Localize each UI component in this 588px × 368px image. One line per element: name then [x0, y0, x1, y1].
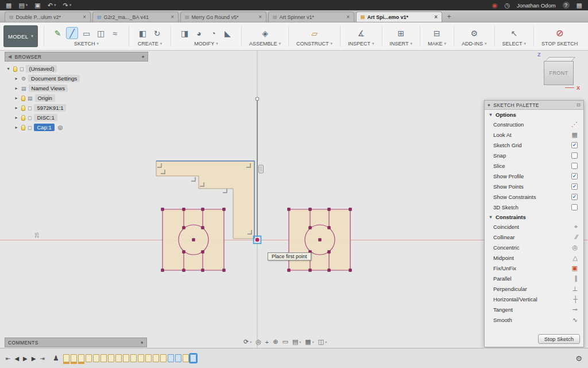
apps-grid-icon[interactable]: ▦ [6, 0, 11, 10]
display-settings-button[interactable]: ▤ ▾ [292, 338, 301, 346]
browser-root-row[interactable]: ▾ ◻ (Unsaved) [6, 64, 148, 74]
mirror-tool-icon[interactable]: ◫ [95, 27, 107, 39]
view-cube[interactable]: Z FRONT X [536, 52, 580, 94]
play-button[interactable]: ▶ [23, 355, 28, 362]
show-constraints-checkbox[interactable]: ✓ [571, 194, 578, 200]
timeline-item-icon[interactable] [123, 354, 129, 362]
constraint-tangent[interactable]: Tangent ⊸ [485, 304, 583, 315]
create-menu[interactable]: CREATE ▾ [138, 41, 162, 47]
browser-row-cap-selected[interactable]: ▸ ◻ Cap:1 ◎ [6, 122, 148, 132]
construction-icon[interactable]: ⋰ [571, 121, 578, 128]
timeline-item-icon[interactable] [78, 354, 84, 362]
timeline-item-icon[interactable] [153, 354, 159, 362]
palette-header[interactable]: ● SKETCH PALETTE ⊡ [485, 101, 583, 110]
timeline-item-icon[interactable] [100, 354, 107, 362]
timeline-item-icon[interactable] [71, 354, 77, 362]
sketch-menu[interactable]: SKETCH ▾ [74, 41, 99, 47]
offset-tool-icon[interactable]: ≈ [109, 27, 121, 39]
insert-icon[interactable]: ⊞ [395, 27, 407, 39]
section-expander-icon[interactable]: ▾ [488, 112, 493, 117]
look-at-icon[interactable]: ▦ [572, 132, 578, 138]
activate-ring-icon[interactable]: ◎ [58, 124, 63, 131]
user-name[interactable]: Jonathan Odom [517, 2, 556, 9]
revolve-icon[interactable]: ↻ [151, 27, 163, 39]
viewport-canvas[interactable]: 25 ◀ BROWSER ● ▾ ◻ (Unsaved) ▸ ⚙ Documen… [0, 51, 588, 348]
visibility-bulb-icon[interactable] [21, 95, 25, 101]
sketch-grid-checkbox[interactable]: ✓ [571, 142, 578, 148]
browser-item-label[interactable]: Origin [35, 94, 55, 102]
line-endpoint[interactable] [256, 97, 259, 101]
redo-button[interactable]: ↷ ▾ [63, 0, 71, 10]
section-expander-icon[interactable]: ▾ [488, 214, 493, 220]
palette-option-show-profile[interactable]: Show Profile ✓ [485, 171, 583, 181]
split-icon[interactable]: ◣ [222, 27, 234, 39]
file-menu-button[interactable]: ▤ ▾ [18, 0, 28, 10]
browser-row-document-settings[interactable]: ▸ ⚙ Document Settings [6, 74, 148, 83]
palette-option-slice[interactable]: Slice [485, 160, 583, 171]
timeline-item-icon[interactable] [93, 354, 99, 362]
comments-header[interactable]: COMMENTS ● [5, 338, 147, 347]
visibility-bulb-icon[interactable] [21, 125, 25, 131]
tab-merry-go-round[interactable]: ▤ Merry Go Round v5* × [180, 12, 266, 22]
palette-section-constraints[interactable]: ▾ Constraints [485, 212, 583, 221]
zoom-button[interactable]: ⊕ [273, 338, 278, 346]
palette-option-3d-sketch[interactable]: 3D Sketch [485, 202, 583, 212]
comments-panel[interactable]: COMMENTS ● [5, 338, 147, 347]
sketch-pattern-right[interactable] [288, 208, 351, 271]
fit-button[interactable]: ▭ [283, 338, 288, 346]
viewports-button[interactable]: ◫ ▾ [318, 338, 327, 346]
assemble-menu[interactable]: ASSEMBLE ▾ [249, 41, 281, 47]
tab-art-spinner-demo-active[interactable]: ▤ Art Spi...emo v1* × [356, 12, 442, 22]
constraint-fix-unfix[interactable]: Fix/UnFix ▣ [485, 263, 583, 273]
browser-row-disc[interactable]: ▸ ◻ DISC:1 [6, 113, 148, 122]
palette-option-sketch-grid[interactable]: Sketch Grid ✓ [485, 140, 583, 150]
press-pull-icon[interactable]: ◨ [179, 27, 191, 39]
browser-item-label[interactable]: Document Settings [28, 75, 80, 82]
browser-row-named-views[interactable]: ▸ ▤ Named Views [6, 83, 148, 93]
go-to-end-button[interactable]: ⇥ [40, 355, 45, 362]
sketch-pattern-left[interactable] [161, 208, 225, 271]
expander-icon[interactable]: ▸ [14, 76, 19, 81]
look-at-button[interactable]: ◎ [256, 338, 261, 346]
close-icon[interactable]: × [258, 14, 262, 20]
browser-item-label[interactable]: DISC:1 [34, 114, 57, 121]
dimension-label[interactable]: 25 [34, 232, 40, 238]
snap-checkbox[interactable] [571, 152, 578, 159]
timeline-item-icon[interactable] [175, 354, 181, 362]
visibility-bulb-icon[interactable] [13, 66, 17, 72]
component-group-icon[interactable]: ♟ [53, 354, 59, 362]
close-icon[interactable]: × [346, 14, 350, 20]
go-to-start-button[interactable]: ⇤ [6, 355, 10, 362]
view-cube-front-face[interactable]: FRONT [544, 61, 574, 85]
grid-icon[interactable]: ▦ [577, 0, 582, 10]
rectangle-tool-icon[interactable]: ▭ [80, 27, 92, 39]
show-profile-checkbox[interactable]: ✓ [571, 173, 578, 179]
expander-icon[interactable]: ▾ [6, 66, 11, 71]
undo-button[interactable]: ↶ ▾ [48, 0, 56, 10]
line-tool-icon[interactable]: ╱ [66, 27, 78, 39]
construct-menu[interactable]: CONSTRUCT ▾ [296, 41, 332, 47]
palette-option-show-points[interactable]: Show Points ✓ [485, 181, 583, 191]
constraint-smooth[interactable]: Smooth ∿ [485, 315, 583, 325]
gear-icon[interactable]: ⚙ [468, 27, 480, 39]
collapse-icon[interactable]: ◀ [8, 54, 12, 59]
visibility-bulb-icon[interactable] [21, 105, 25, 111]
dock-icon[interactable]: ⊡ [577, 102, 581, 108]
browser-row-5972k91[interactable]: ▸ ◻ 5972K91:1 [6, 103, 148, 113]
settings-gear-icon[interactable]: ⚙ [575, 354, 582, 363]
browser-row-origin[interactable]: ▸ ▤ Origin [6, 93, 148, 103]
3d-sketch-checkbox[interactable] [571, 204, 578, 210]
expander-icon[interactable]: ▸ [14, 105, 19, 110]
palette-section-options[interactable]: ▾ Options [485, 110, 583, 119]
drag-grip[interactable] [259, 165, 264, 173]
fillet-icon[interactable]: ◕ [193, 27, 205, 39]
timeline-item-icon[interactable] [160, 354, 167, 362]
expander-icon[interactable]: ▸ [14, 95, 19, 101]
options-dot-icon[interactable]: ● [141, 340, 144, 345]
timeline-item-icon[interactable] [63, 354, 69, 362]
addins-menu[interactable]: ADD-INS ▾ [462, 41, 487, 47]
constraint-parallel[interactable]: Parallel ∥ [485, 273, 583, 283]
timeline-item-icon[interactable] [183, 354, 189, 362]
expander-icon[interactable]: ▸ [14, 86, 19, 91]
close-icon[interactable]: × [434, 14, 438, 20]
